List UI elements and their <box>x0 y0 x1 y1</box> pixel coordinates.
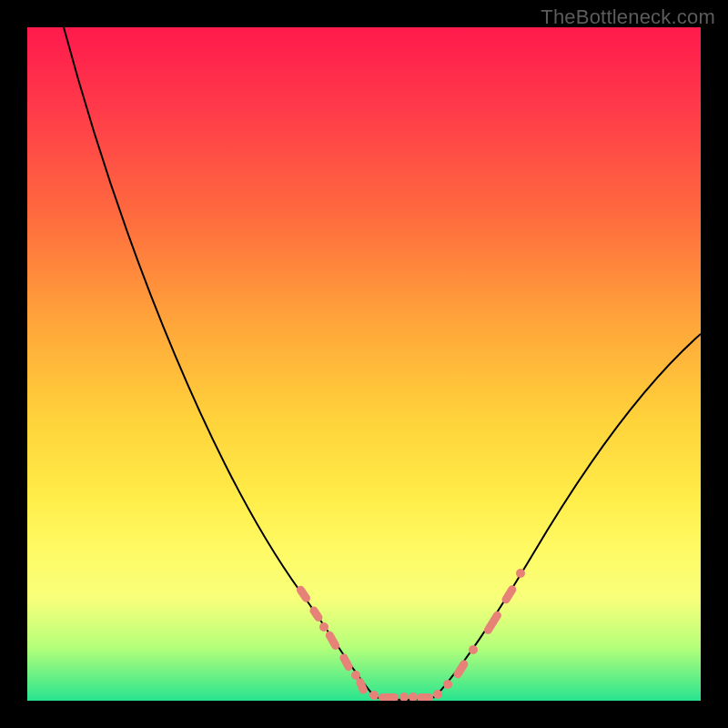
svg-point-2 <box>319 622 329 632</box>
bottleneck-curve-left <box>64 27 375 697</box>
svg-point-10 <box>409 693 418 701</box>
svg-rect-3 <box>324 630 341 652</box>
plot-area <box>27 27 701 701</box>
curve-markers <box>295 569 525 701</box>
svg-rect-14 <box>452 659 470 680</box>
svg-point-7 <box>369 691 379 700</box>
chart-container: TheBottleneck.com <box>0 0 728 728</box>
bottleneck-curve-right <box>435 334 701 697</box>
svg-rect-4 <box>339 652 354 672</box>
watermark-text: TheBottleneck.com <box>541 5 715 29</box>
svg-point-15 <box>469 645 478 654</box>
svg-rect-1 <box>308 605 325 623</box>
svg-rect-17 <box>500 584 518 605</box>
curve-layer <box>27 27 701 701</box>
svg-point-9 <box>399 693 409 701</box>
svg-point-12 <box>433 690 442 699</box>
svg-point-18 <box>516 569 525 578</box>
svg-rect-11 <box>417 693 433 701</box>
svg-rect-8 <box>379 693 399 701</box>
svg-point-13 <box>443 680 452 689</box>
svg-rect-16 <box>482 610 502 636</box>
